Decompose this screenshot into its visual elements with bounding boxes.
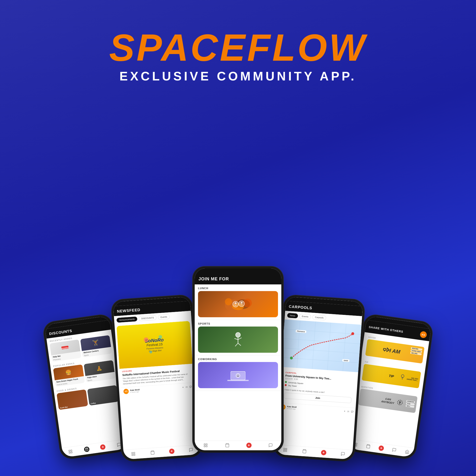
lunch-image[interactable]	[198, 291, 278, 317]
nav-shop-1[interactable]	[84, 446, 90, 452]
svg-rect-35	[204, 446, 205, 447]
svg-rect-42	[284, 450, 285, 452]
discount-card-vegan[interactable]: 🍔 Sara Green Vegan Truck Food & Drinks	[53, 364, 85, 387]
nav-add-4[interactable]: +	[321, 450, 326, 455]
phones-container: DISCOUNTS RECENTLY ADDED HelpNet Help Ne…	[12, 276, 464, 462]
carpool-comment-icon[interactable]: 💬	[351, 410, 354, 413]
question-actions: BORROW GIVE SELL	[406, 400, 415, 408]
discount-card-wellness[interactable]: 🏋️ Welness Centers Sports	[80, 335, 112, 357]
svg-line-44	[303, 450, 306, 450]
joinme-section-coworking: COWORKING	[195, 355, 281, 391]
nav-grid-3[interactable]	[203, 443, 208, 448]
nav-add-3[interactable]: +	[246, 443, 252, 448]
carpool-author-info: Kate Stroll 4 hours ago	[287, 405, 297, 410]
bubble-1	[143, 337, 149, 342]
svg-rect-36	[206, 446, 207, 447]
post-actions: ♥ 28 💬	[182, 386, 192, 389]
status-bar-3	[195, 269, 281, 273]
nav-chat-4[interactable]	[340, 451, 346, 457]
map-label-2: Unirii	[342, 359, 350, 362]
nav-chat-3[interactable]	[268, 443, 273, 448]
phone-carpools-inner: CARPOOLS News Events Carpools	[275, 297, 363, 459]
bubble-3	[149, 350, 152, 354]
nav-add-5[interactable]: +	[378, 445, 384, 451]
nav-add-2[interactable]: +	[169, 448, 174, 454]
svg-point-32	[238, 375, 239, 375]
coworking-image[interactable]	[198, 362, 278, 388]
coworking-bg	[198, 362, 278, 388]
comment-icon[interactable]: 💬	[189, 386, 192, 388]
discount-card-helpnet[interactable]: HelpNet Help Net Pharmacy	[50, 340, 81, 362]
svg-point-21	[236, 333, 240, 337]
svg-rect-40	[284, 448, 285, 450]
bottom-nav-2: +	[123, 444, 201, 460]
nav-home-1[interactable]	[68, 449, 73, 455]
svg-line-23	[235, 339, 238, 340]
route-dot-end	[285, 384, 287, 386]
map-route-svg	[281, 319, 361, 372]
svg-line-6	[85, 448, 88, 449]
nav-shop-5[interactable]	[365, 443, 371, 449]
festival-image: SoNoRo Festival.15 Pasarea Maiastra The …	[117, 321, 193, 369]
lunch-bg	[198, 291, 278, 317]
tab-announcements[interactable]: Announcements	[116, 317, 137, 323]
svg-rect-9	[132, 454, 133, 456]
svg-rect-50	[356, 443, 357, 444]
carpool-card: CARPOOL From University Square to Sky To…	[281, 369, 356, 406]
carpools-tab-news[interactable]: News	[287, 313, 298, 319]
carpools-tab-carpools[interactable]: Carpools	[312, 315, 326, 320]
carpool-like-icon[interactable]: ♥	[344, 410, 345, 412]
nav-shop-3[interactable]	[225, 443, 230, 448]
joinme-title: JOIN ME FOR	[199, 276, 277, 282]
carpool-actions: ♥ 28 💬	[344, 410, 354, 413]
brand-title: SPACEFLOW	[109, 29, 367, 67]
svg-rect-8	[134, 452, 135, 454]
svg-rect-10	[134, 454, 135, 456]
svg-point-38	[290, 357, 293, 360]
nav-shop-4[interactable]	[302, 448, 307, 454]
coworking-label: COWORKING	[195, 355, 281, 362]
nav-chat-2[interactable]	[188, 447, 193, 453]
nav-add-1[interactable]: +	[100, 444, 106, 450]
like-icon[interactable]: ♥	[182, 386, 184, 389]
svg-rect-45	[383, 348, 386, 351]
tab-events[interactable]: Events	[158, 314, 170, 320]
tab-carpools[interactable]: DISCOUNTS	[138, 315, 157, 321]
svg-rect-3	[71, 450, 72, 451]
joinme-section-lunch: LUNCH	[195, 284, 281, 320]
nav-chat-5[interactable]	[391, 447, 397, 453]
header-section: SPACEFLOW EXCLUSIVE COMMUNITY APP.	[109, 29, 367, 83]
svg-point-18	[235, 302, 237, 304]
sports-image[interactable]	[198, 326, 278, 353]
phone-carpools: CARPOOLS News Events Carpools	[273, 295, 365, 462]
route-end-label: Sky Tower	[288, 384, 297, 387]
nav-home-5[interactable]	[404, 449, 410, 455]
like-count: 28	[186, 386, 188, 389]
sports-bg	[198, 326, 278, 353]
author-avatar: KS	[123, 389, 129, 394]
lightbulb-icon	[399, 374, 406, 382]
svg-rect-34	[206, 444, 207, 445]
svg-line-25	[235, 343, 238, 346]
nav-grid-2[interactable]	[130, 451, 136, 457]
svg-rect-43	[285, 450, 287, 452]
svg-line-24	[238, 338, 241, 340]
nav-shop-2[interactable]	[150, 450, 155, 455]
bottom-nav-4: +	[275, 444, 353, 460]
svg-point-31	[237, 375, 238, 375]
map-area: Floreasca Unirii	[281, 319, 361, 372]
svg-point-20	[241, 302, 242, 304]
carpools-tab-events[interactable]: Events	[299, 314, 311, 319]
discount-card-yoga[interactable]: 🧘 Yoga class Sports	[84, 360, 116, 382]
share-user-badge[interactable]: KS	[420, 331, 427, 339]
food-label-1: Sushi Bar	[60, 406, 68, 409]
joinme-section-sports: SPORTS	[195, 320, 281, 355]
share-title: SHARE WITH OTHERS	[368, 325, 403, 333]
svg-point-46	[401, 374, 404, 377]
tip-did-you: DID YOU KNOW THAT...	[407, 376, 418, 381]
phone-newsfeed: NEWSFEED Announcements DISCOUNTS Events …	[111, 295, 203, 462]
joinme-header: JOIN ME FOR	[195, 273, 281, 284]
nav-grid-4[interactable]	[282, 447, 288, 453]
svg-point-14	[225, 298, 232, 305]
sports-label: SPORTS	[195, 320, 281, 326]
